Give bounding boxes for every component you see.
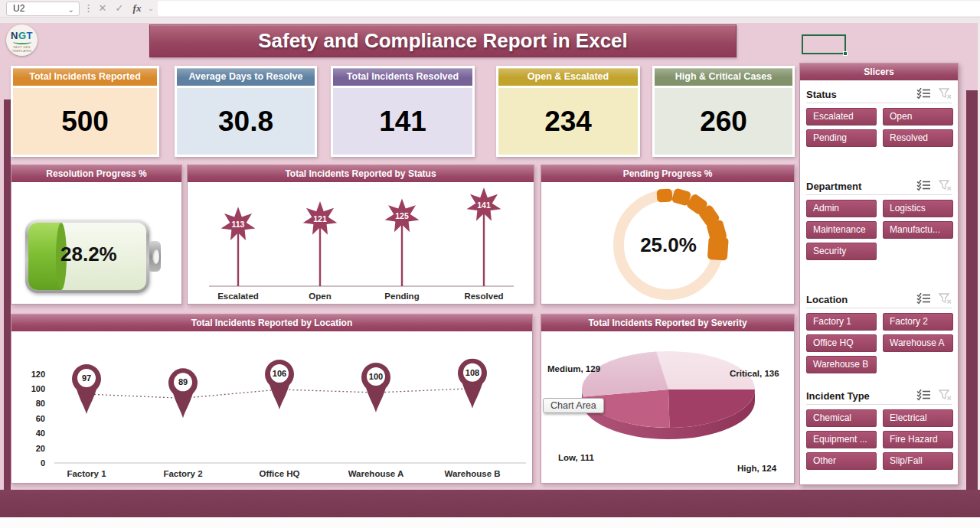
separator-dots-icon: ⋮ <box>83 0 93 17</box>
panel-location-chart: Total Incidents Reported by Location 020… <box>11 314 533 484</box>
multi-select-icon[interactable] <box>916 88 931 99</box>
multi-select-icon[interactable] <box>916 293 931 305</box>
slicer-button-security[interactable]: Security <box>806 243 877 260</box>
excel-window: U2 ⌄ ⋮ ✕ ✓ fx ⌄ NGT NEXT GEN TEMPLATES S… <box>0 0 980 528</box>
clear-filter-icon[interactable] <box>939 293 952 305</box>
slicer-button-electrical[interactable]: Electrical <box>883 409 953 427</box>
location-pin: 89 <box>168 368 198 418</box>
kpi-header: Average Days to Resolve <box>177 68 315 86</box>
svg-text:20: 20 <box>36 444 45 453</box>
svg-text:89: 89 <box>178 377 188 386</box>
status-chart: 113Escalated121Open125Pending141Resolved <box>188 183 534 304</box>
slicer-label: Incident Type <box>806 390 870 402</box>
slicer-button-slip-fall[interactable]: Slip/Fall <box>883 452 953 470</box>
panel-pending-progress: Pending Progress % 25.0% <box>541 165 795 305</box>
slicer-button-pending[interactable]: Pending <box>806 129 877 147</box>
clear-filter-icon[interactable] <box>939 389 952 401</box>
pie-label-low: Low, 111 <box>558 453 594 462</box>
formula-input[interactable] <box>158 1 980 16</box>
frame-band-bottom <box>0 490 980 517</box>
location-pin: 108 <box>458 359 487 409</box>
slicer-button-manufactu-[interactable]: Manufactu... <box>883 221 953 239</box>
svg-text:141: 141 <box>477 200 491 210</box>
svg-text:120: 120 <box>31 370 45 379</box>
svg-text:97: 97 <box>82 373 91 383</box>
panel-resolution-progress: Resolution Progress % 28.2% <box>11 165 182 305</box>
slicer-button-warehouse-b[interactable]: Warehouse B <box>806 356 877 373</box>
battery-fill <box>28 223 61 290</box>
panel-title: Total Incidents Reported by Location <box>11 315 532 331</box>
gauge-value: 25.0% <box>615 233 722 257</box>
slicer-sections: StatusEscalatedOpenPendingResolvedDepart… <box>800 81 958 484</box>
location-pin: 106 <box>265 360 294 409</box>
enter-icon[interactable]: ✓ <box>113 0 126 17</box>
formula-bar-expand-icon[interactable]: ⌄ <box>146 0 155 17</box>
clear-filter-icon[interactable] <box>939 180 952 191</box>
slicer-button-chemical[interactable]: Chemical <box>806 409 877 427</box>
slicer-button-warehouse-a[interactable]: Warehouse A <box>883 334 953 352</box>
status-chart-svg: 113Escalated121Open125Pending141Resolved <box>188 183 534 304</box>
svg-text:Pending: Pending <box>384 292 419 301</box>
slicer-label: Department <box>806 181 861 192</box>
gauge-value: 28.2% <box>60 243 117 266</box>
kpi-value: 500 <box>13 88 157 155</box>
svg-text:60: 60 <box>36 414 45 423</box>
slicer-button-office-hq[interactable]: Office HQ <box>806 334 877 352</box>
slicers-title: Slicers <box>800 64 958 80</box>
cancel-icon[interactable]: ✕ <box>96 0 109 17</box>
panel-severity-chart: Medium, 129 Critical, 136 Low, 111 High,… <box>541 314 795 484</box>
slicer-button-escalated[interactable]: Escalated <box>806 108 877 125</box>
location-pin: 97 <box>72 364 101 414</box>
kpi-value: 141 <box>333 88 472 155</box>
fill-handle[interactable] <box>843 51 848 56</box>
slicer-button-equipment-[interactable]: Equipment ... <box>806 431 877 448</box>
kpi-header: Total Incidents Resolved <box>333 68 472 86</box>
kpi-card-high-critical: High & Critical Cases 260 <box>652 66 795 157</box>
frame-strip-right <box>966 90 978 490</box>
severity-pie-chart: Medium, 129 Critical, 136 Low, 111 High,… <box>541 332 794 483</box>
panel-title: Total Incidents Reported by Severity <box>541 315 794 331</box>
svg-text:Warehouse B: Warehouse B <box>444 469 500 478</box>
slicer-button-logistics[interactable]: Logistics <box>883 200 953 217</box>
progress-arc-segment <box>657 188 673 202</box>
multi-select-icon[interactable] <box>916 389 931 401</box>
name-box-value: U2 <box>13 3 24 14</box>
svg-text:Resolved: Resolved <box>464 292 503 301</box>
svg-text:Factory 1: Factory 1 <box>67 469 106 478</box>
slicer-button-fire-hazard[interactable]: Fire Hazard <box>883 431 953 448</box>
slicer-status: StatusEscalatedOpenPendingResolved <box>806 87 952 147</box>
panel-title: Pending Progress % <box>541 165 794 182</box>
slicer-button-factory-1[interactable]: Factory 1 <box>806 313 877 331</box>
slicer-button-other[interactable]: Other <box>806 452 877 470</box>
multi-select-icon[interactable] <box>916 180 931 191</box>
slicer-button-factory-2[interactable]: Factory 2 <box>883 313 953 331</box>
logo-subtext: NEXT GEN TEMPLATES <box>6 45 38 53</box>
clear-filter-icon[interactable] <box>939 88 952 99</box>
slicer-label: Location <box>806 294 848 305</box>
insert-function-icon[interactable]: fx <box>129 0 145 17</box>
kpi-card-resolved: Total Incidents Resolved 141 <box>331 66 475 157</box>
ngt-logo: NGT NEXT GEN TEMPLATES <box>6 24 38 56</box>
kpi-value: 260 <box>655 88 792 155</box>
slicer-incident-type: Incident TypeChemicalElectricalEquipment… <box>806 389 952 470</box>
location-chart-svg: 02040608010012097Factory 189Factory 2106… <box>11 332 532 483</box>
svg-text:Warehouse A: Warehouse A <box>348 469 404 478</box>
chrome-divider <box>0 17 980 23</box>
slicer-button-maintenance[interactable]: Maintenance <box>806 221 877 239</box>
kpi-card-total-incidents: Total Incidents Reported 500 <box>11 66 159 157</box>
dashboard-canvas: NGT NEXT GEN TEMPLATES Safety and Compli… <box>0 23 980 528</box>
battery-terminal <box>149 241 161 272</box>
location-pin: 100 <box>361 363 390 412</box>
svg-text:0: 0 <box>41 458 45 468</box>
slicer-button-resolved[interactable]: Resolved <box>883 129 953 147</box>
slicer-label: Status <box>806 89 837 100</box>
chevron-down-icon[interactable]: ⌄ <box>68 3 74 16</box>
slicer-button-open[interactable]: Open <box>883 108 953 125</box>
svg-text:100: 100 <box>369 372 383 381</box>
svg-text:125: 125 <box>395 211 409 220</box>
selected-cell-outline[interactable] <box>802 34 846 54</box>
cell-name-box[interactable]: U2 ⌄ <box>6 2 80 16</box>
chart-area-tooltip: Chart Area <box>543 398 604 413</box>
slicer-button-admin[interactable]: Admin <box>806 200 877 217</box>
slicers-panel: Slicers StatusEscalatedOpenPendingResolv… <box>799 63 959 485</box>
